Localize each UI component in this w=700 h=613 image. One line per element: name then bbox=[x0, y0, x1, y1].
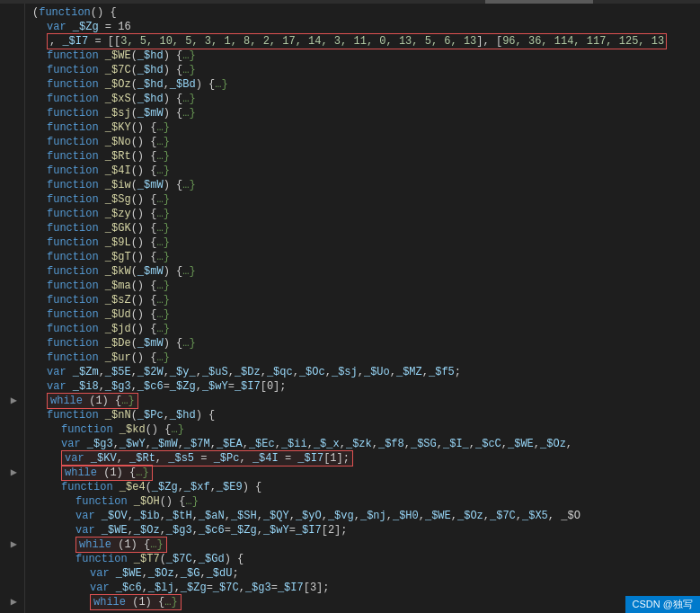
code-line: function _$kd() {…} bbox=[32, 422, 700, 437]
code-content: (function() { var _$Zg = 16 , _$I7 = [[3… bbox=[25, 4, 700, 613]
line-num bbox=[4, 106, 17, 120]
code-line-while2: while (1) {…} bbox=[32, 466, 700, 480]
line-num bbox=[4, 192, 17, 207]
code-line: function _$KY() {…} bbox=[32, 120, 700, 135]
code-token: () { bbox=[91, 5, 117, 20]
line-num bbox=[4, 581, 17, 595]
code-editor: ▶ ▶ ▶ ▶ (function() { var _$Zg = 16 bbox=[0, 0, 700, 613]
line-numbers: ▶ ▶ ▶ ▶ bbox=[0, 4, 25, 613]
highlight-box: , _$I7 = [[3, 5, 10, 5, 3, 1, 8, 2, 17, … bbox=[47, 33, 667, 49]
line-num bbox=[4, 5, 17, 20]
line-num bbox=[4, 351, 17, 365]
code-line: function _$e4(_$Zg, _$xf, _$E9) { bbox=[32, 480, 700, 494]
code-token: , bbox=[49, 35, 62, 48]
line-num: ▶ bbox=[4, 394, 17, 408]
line-num bbox=[4, 149, 17, 164]
code-line-while3: while (1) {…} bbox=[32, 537, 700, 552]
code-line: function _$OH() {…} bbox=[32, 494, 700, 509]
code-token: 96, 36, 114, 117, 125, 13 bbox=[502, 35, 664, 48]
bottom-bar-text: CSDN @独写 bbox=[633, 599, 693, 609]
code-line: function _$T7(_$7C, _$Gd) { bbox=[32, 552, 700, 566]
code-line: function _$sj(_$mW) {…} bbox=[32, 106, 700, 120]
code-token: function bbox=[39, 5, 91, 20]
code-line: var _$Zm, _$5E, _$2W, _$y_, _$uS, _$Dz, … bbox=[32, 365, 700, 379]
code-line: var _$OV, _$ib, _$tH, _$aN, _$SH, _$QY, … bbox=[32, 509, 700, 523]
code-line: function _$GK() {…} bbox=[32, 221, 700, 235]
line-num bbox=[4, 92, 17, 106]
line-num bbox=[4, 250, 17, 264]
line-num bbox=[4, 307, 17, 322]
code-line-var-highlight: var _$KV, _$Rt, _$s5 = _$Pc, _$4I = _$I7… bbox=[32, 451, 700, 466]
code-token: ( bbox=[32, 5, 39, 20]
code-line: function _$jd() {…} bbox=[32, 322, 700, 336]
code-line: var _$WE, _$Oz, _$G, _$dU; bbox=[32, 566, 700, 581]
line-num: ▶ bbox=[4, 595, 17, 609]
code-line: function _$9L() {…} bbox=[32, 235, 700, 250]
line-num bbox=[4, 509, 17, 523]
code-token bbox=[66, 20, 73, 34]
while-highlight-box4: while (1) {…} bbox=[90, 594, 182, 610]
line-num bbox=[4, 207, 17, 221]
line-num bbox=[4, 120, 17, 135]
code-token: = 16 bbox=[99, 20, 131, 34]
line-num bbox=[4, 77, 17, 92]
code-line: var _$g3, _$wY, _$mW, _$7M, _$EA, _$Ec, … bbox=[32, 437, 700, 451]
line-num bbox=[4, 235, 17, 250]
code-line-while: while (1) {…} bbox=[32, 394, 700, 408]
code-line: function _$xS(_$hd) {…} bbox=[32, 92, 700, 106]
line-num bbox=[4, 34, 17, 49]
line-num bbox=[4, 523, 17, 537]
line-num: ▶ bbox=[4, 537, 17, 552]
while-highlight-box2: while (1) {…} bbox=[61, 465, 153, 481]
line-num bbox=[4, 437, 17, 451]
code-line: function _$kW(_$mW) {…} bbox=[32, 264, 700, 279]
line-num bbox=[4, 480, 17, 494]
line-num bbox=[4, 178, 17, 192]
code-token: ], [ bbox=[476, 35, 502, 48]
line-num bbox=[4, 279, 17, 293]
code-line: function _$No() {…} bbox=[32, 135, 700, 149]
line-num bbox=[4, 322, 17, 336]
line-num bbox=[4, 264, 17, 279]
while-highlight-box: while (1) {…} bbox=[47, 393, 138, 409]
code-line: function _$Oz(_$hd, _$Bd) {…} bbox=[32, 77, 700, 92]
scrollbar-top[interactable] bbox=[0, 0, 700, 4]
line-num bbox=[4, 566, 17, 581]
code-line-highlight: , _$I7 = [[3, 5, 10, 5, 3, 1, 8, 2, 17, … bbox=[32, 34, 700, 49]
code-line: function _$WE(_$hd) {…} bbox=[32, 49, 700, 63]
code-line: function _$nN(_$Pc, _$hd) { bbox=[32, 408, 700, 422]
code-line: function _$ur() {…} bbox=[32, 351, 700, 365]
code-line: var _$c6, _$lj, _$Zg = _$7C, _$g3 = _$I7… bbox=[32, 581, 700, 595]
line-num bbox=[4, 221, 17, 235]
code-line: function _$De(_$mW) {…} bbox=[32, 336, 700, 351]
line-num bbox=[4, 451, 17, 466]
code-line: var _$WE, _$Oz, _$g3, _$c6 = _$Zg, _$wY … bbox=[32, 523, 700, 537]
code-line: function _$Ud() {…} bbox=[32, 307, 700, 322]
line-num bbox=[4, 336, 17, 351]
code-token: var bbox=[47, 20, 66, 34]
code-line: function _$4I() {…} bbox=[32, 164, 700, 178]
line-num bbox=[4, 63, 17, 77]
code-line-while4: while (1) {…} bbox=[32, 595, 700, 609]
while-highlight-box3: while (1) {…} bbox=[75, 537, 167, 553]
code-line: function _$sZ() {…} bbox=[32, 293, 700, 307]
line-num bbox=[4, 49, 17, 63]
code-token: _$I7 bbox=[62, 35, 88, 48]
code-token: _$Zg bbox=[73, 20, 99, 34]
code-token: 3, 5, 10, 5, 3, 1, 8, 2, 17, 14, 3, 11, … bbox=[120, 35, 476, 48]
code-line: (function() { bbox=[32, 5, 700, 20]
line-num bbox=[4, 408, 17, 422]
line-num: ▶ bbox=[4, 466, 17, 480]
code-line: function _$7C(_$hd) {…} bbox=[32, 63, 700, 77]
line-num bbox=[4, 135, 17, 149]
code-line: function _$ma() {…} bbox=[32, 279, 700, 293]
code-line: function _$Sg() {…} bbox=[32, 192, 700, 207]
line-num bbox=[4, 552, 17, 566]
line-num bbox=[4, 422, 17, 437]
code-line: var _$Zg = 16 bbox=[32, 20, 700, 34]
line-num bbox=[4, 20, 17, 34]
code-token: = [[ bbox=[88, 35, 120, 48]
line-num bbox=[4, 293, 17, 307]
line-num bbox=[4, 365, 17, 379]
code-line: function _$iw(_$mW) {…} bbox=[32, 178, 700, 192]
